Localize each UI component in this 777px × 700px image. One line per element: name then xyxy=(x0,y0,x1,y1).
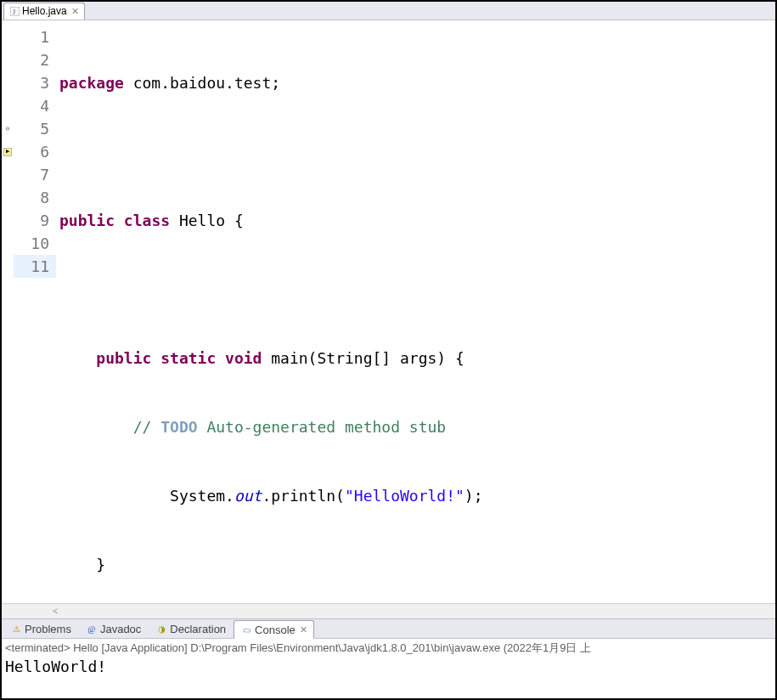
code-line: public static void main(String[] args) { xyxy=(59,347,775,370)
line-number: 5 xyxy=(14,117,56,140)
marker-column: ⊖ ▶ xyxy=(2,20,14,603)
java-file-icon: J xyxy=(9,6,20,16)
tab-javadoc[interactable]: @ Javadoc xyxy=(79,619,148,638)
fold-marker-icon[interactable]: ⊖ xyxy=(6,117,10,140)
line-number-gutter: 1 2 3 4 5 6 7 8 9 10 11 xyxy=(14,20,56,603)
line-number: 1 xyxy=(14,25,56,48)
line-number: 3 xyxy=(14,71,56,94)
declaration-icon: ◑ xyxy=(155,624,167,635)
editor-area: ⊖ ▶ 1 2 3 4 5 6 7 8 9 10 11 package com.… xyxy=(2,20,775,603)
console-icon: ▭ xyxy=(240,624,252,635)
line-number: 2 xyxy=(14,48,56,71)
editor-tab-bar: J Hello.java ✕ xyxy=(2,2,775,20)
tab-label: Javadoc xyxy=(100,623,141,635)
bottom-tab-bar: ⚠ Problems @ Javadoc ◑ Declaration ▭ Con… xyxy=(2,618,775,639)
line-number: 4 xyxy=(14,94,56,117)
line-number: 8 xyxy=(14,186,56,209)
line-number: 9 xyxy=(14,209,56,232)
code-line: System.out.println("HelloWorld!"); xyxy=(59,484,775,507)
console-panel: <terminated> Hello [Java Application] D:… xyxy=(2,639,775,698)
code-editor[interactable]: package com.baidou.test; public class He… xyxy=(56,20,775,603)
code-line: } xyxy=(59,553,775,576)
console-output[interactable]: HelloWorld! xyxy=(2,658,775,675)
horizontal-scrollbar[interactable]: < xyxy=(2,603,775,618)
tab-label: Problems xyxy=(25,623,71,635)
line-number: 7 xyxy=(14,163,56,186)
scroll-left-indicator: < xyxy=(53,607,59,617)
code-line xyxy=(59,278,775,301)
code-line: // TODO Auto-generated method stub xyxy=(59,415,775,438)
svg-text:J: J xyxy=(13,8,15,16)
tab-label: Declaration xyxy=(170,623,226,635)
line-number: 11 xyxy=(14,255,56,278)
problems-icon: ⚠ xyxy=(10,624,22,635)
tab-label: Console xyxy=(255,624,296,636)
line-number: 6 xyxy=(14,140,56,163)
editor-tab-label: Hello.java xyxy=(22,5,67,17)
code-line xyxy=(59,140,775,163)
line-number: 10 xyxy=(14,232,56,255)
tab-console[interactable]: ▭ Console ✕ xyxy=(234,620,314,639)
code-line: package com.baidou.test; xyxy=(59,71,775,94)
tab-declaration[interactable]: ◑ Declaration xyxy=(149,619,233,638)
tab-problems[interactable]: ⚠ Problems xyxy=(3,619,78,638)
close-icon[interactable]: ✕ xyxy=(71,6,79,17)
close-icon[interactable]: ✕ xyxy=(300,624,307,635)
override-marker-icon[interactable]: ▶ xyxy=(3,148,12,156)
javadoc-icon: @ xyxy=(86,624,98,635)
code-line: public class Hello { xyxy=(59,209,775,232)
console-status-line: <terminated> Hello [Java Application] D:… xyxy=(2,639,775,658)
editor-tab-hello-java[interactable]: J Hello.java ✕ xyxy=(3,3,85,20)
